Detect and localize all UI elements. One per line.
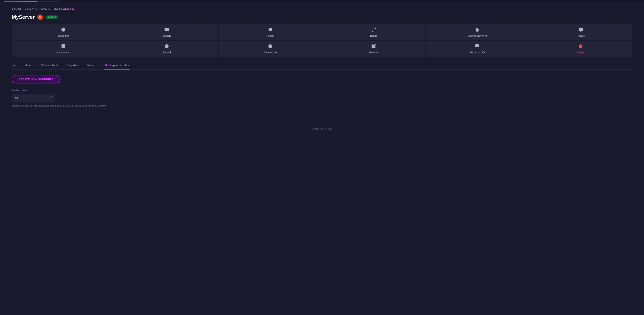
top-bar	[0, 0, 644, 4]
tab-metrics[interactable]: Metrics	[24, 62, 34, 70]
rotation-field: 10	[12, 94, 55, 102]
breadcrumb-services[interactable]: Services	[12, 7, 22, 10]
tab-content: CREATE NEW SCHEDULE Backup rotation: 10 …	[12, 75, 632, 142]
console-icon	[164, 27, 169, 33]
breadcrumb-current: Backup schedules	[54, 7, 74, 10]
boot-from-iso-label: Boot from ISO	[470, 51, 484, 54]
hint-text: Maximum number of scheduled backups that…	[12, 104, 632, 107]
resize-icon	[371, 27, 376, 33]
breadcrumb-server-id[interactable]: 5203773	[40, 7, 50, 10]
breadcrumb: Services › Cloud VPS › 5203773 › Backup …	[0, 4, 644, 12]
instructions-icon	[61, 44, 66, 50]
empty-list: EMPTY LIST	[12, 115, 632, 142]
reboot-label: Reboot	[266, 34, 274, 37]
console-button[interactable]: Console	[115, 24, 218, 40]
power-icon	[61, 27, 66, 33]
delete-icon	[578, 44, 583, 50]
svg-point-7	[476, 45, 478, 46]
rename-button[interactable]: Rename	[322, 41, 425, 57]
edit-icon[interactable]	[48, 96, 52, 100]
svg-point-2	[477, 30, 477, 30]
resize-button[interactable]: Resize	[322, 24, 425, 40]
rebuild-label: Rebuild	[163, 51, 171, 54]
rotation-value: 10	[15, 96, 18, 100]
svg-rect-0	[165, 28, 169, 31]
change-password-label: Change password	[468, 34, 487, 37]
tab-backup-schedules[interactable]: Backup schedules	[104, 62, 130, 70]
tabs: Info Metrics Network Traffic Snapshots B…	[12, 62, 632, 70]
tab-backups[interactable]: Backups	[86, 62, 98, 70]
main-content: MyServer U ACTIVE Shut down Console	[0, 12, 644, 150]
rescue-icon	[578, 27, 583, 33]
iso-icon	[475, 44, 480, 50]
reboot-button[interactable]: Reboot	[219, 24, 322, 40]
progress-bar-track	[4, 1, 59, 2]
rebuild-icon	[164, 44, 169, 50]
instructions-button[interactable]: Instructions	[12, 41, 115, 57]
ticket-icon	[268, 44, 273, 50]
resize-label: Resize	[370, 34, 378, 37]
status-badge: ACTIVE	[46, 16, 58, 19]
create-ticket-label: Create ticket	[264, 51, 277, 54]
password-icon	[475, 27, 480, 33]
progress-bar-fill	[4, 1, 37, 2]
server-name: MyServer	[12, 14, 35, 20]
console-label: Console	[162, 34, 171, 37]
tab-snapshots[interactable]: Snapshots	[66, 62, 80, 70]
change-password-button[interactable]: Change password	[426, 24, 529, 40]
backup-rotation-label: Backup rotation:	[12, 89, 632, 92]
rescue-button[interactable]: Rescue	[529, 24, 632, 40]
rename-icon	[371, 44, 376, 50]
breadcrumb-sep-2: ›	[38, 7, 39, 10]
rebuild-button[interactable]: Rebuild	[115, 41, 218, 57]
tab-info[interactable]: Info	[12, 62, 18, 70]
rescue-label: Rescue	[576, 34, 585, 37]
breadcrumb-sep-1: ›	[23, 7, 24, 10]
actions-grid: Shut down Console Reboot	[12, 24, 632, 57]
delete-button[interactable]: Delete	[529, 41, 632, 57]
server-header: MyServer U ACTIVE	[12, 14, 632, 20]
breadcrumb-sep-3: ›	[52, 7, 52, 10]
create-ticket-button[interactable]: Create ticket	[219, 41, 322, 57]
create-new-schedule-button[interactable]: CREATE NEW SCHEDULE	[12, 75, 60, 84]
svg-rect-3	[62, 44, 65, 48]
boot-from-iso-button[interactable]: Boot from ISO	[426, 41, 529, 57]
reboot-icon	[268, 27, 273, 33]
ubuntu-icon: U	[38, 14, 43, 20]
instructions-label: Instructions	[57, 51, 69, 54]
breadcrumb-cloud-vps[interactable]: Cloud VPS	[25, 7, 37, 10]
rename-label: Rename	[369, 51, 378, 54]
delete-label: Delete	[577, 51, 584, 54]
shut-down-button[interactable]: Shut down	[12, 24, 115, 40]
shut-down-label: Shut down	[58, 34, 69, 37]
tab-network-traffic[interactable]: Network Traffic	[40, 62, 60, 70]
